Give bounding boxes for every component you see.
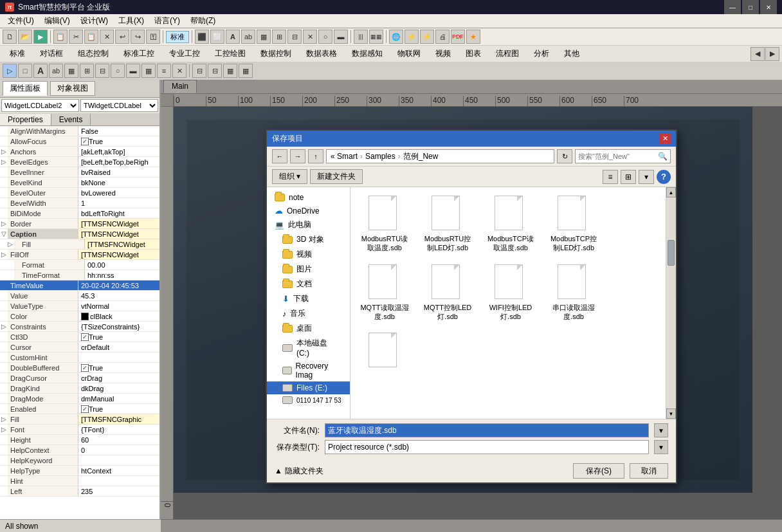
tb-key[interactable]: ⚿ bbox=[146, 30, 160, 44]
tb-x[interactable]: ✕ bbox=[303, 30, 317, 44]
cat-dialog[interactable]: 对话框 bbox=[33, 46, 70, 61]
file-item-6[interactable]: MQTT控制LED灯.sdb bbox=[419, 261, 477, 325]
tb-table[interactable]: ⊞ bbox=[272, 30, 286, 44]
prop-filloff[interactable]: ▷ FillOff [TTMSFNCWidget bbox=[0, 250, 159, 260]
sidebar-item-note[interactable]: note bbox=[267, 191, 350, 204]
prop-anchors[interactable]: ▷ Anchors [akLeft,akTop] bbox=[0, 147, 159, 157]
hide-folders-button[interactable]: ▲ 隐藏文件夹 bbox=[275, 466, 323, 477]
tb-paste[interactable]: 📋 bbox=[84, 30, 98, 44]
tb-circle[interactable]: ○ bbox=[318, 30, 332, 44]
cat-flow[interactable]: 流程图 bbox=[489, 46, 526, 61]
tb-globe[interactable]: 🌐 bbox=[389, 30, 403, 44]
scrollbar-up-button[interactable]: ▲ bbox=[666, 187, 676, 197]
sidebar-item-video[interactable]: 视频 bbox=[267, 247, 350, 262]
file-item-8[interactable]: 串口读取温湿度.sdb bbox=[545, 261, 603, 325]
cat-group-ctrl[interactable]: 组态控制 bbox=[71, 46, 116, 61]
sidebar-item-desktop[interactable]: 桌面 bbox=[267, 321, 350, 336]
cat-chart[interactable]: 图表 bbox=[459, 46, 488, 61]
cat-data-sense[interactable]: 数据感知 bbox=[345, 46, 390, 61]
cat-other[interactable]: 其他 bbox=[557, 46, 586, 61]
tb-tool-extra3[interactable]: ▦ bbox=[223, 64, 237, 78]
search-input[interactable] bbox=[578, 152, 655, 160]
prop-beveledges[interactable]: ▷ BevelEdges [beLeft,beTop,beRigh bbox=[0, 157, 159, 167]
cat-data-ctrl[interactable]: 数据控制 bbox=[253, 46, 298, 61]
tb-align-right[interactable]: ⬜ bbox=[210, 30, 224, 44]
menu-file[interactable]: 文件(U) bbox=[3, 14, 39, 28]
widget-type-select[interactable]: TWidgetLCDLabel bbox=[80, 99, 158, 112]
prop-tab-events[interactable]: Events bbox=[51, 114, 91, 125]
prop-font[interactable]: ▷ Font {TFont} bbox=[0, 425, 159, 435]
sidebar-item-music[interactable]: ♪ 音乐 bbox=[267, 306, 350, 321]
view-grid-button[interactable]: ⊞ bbox=[621, 170, 636, 184]
tb-bolt1[interactable]: ⚡ bbox=[405, 30, 419, 44]
cancel-button[interactable]: 取消 bbox=[630, 463, 668, 479]
file-item-3[interactable]: ModbusTCP读取温度.sdb bbox=[482, 192, 540, 256]
tb-nav-left[interactable]: ◀ bbox=[750, 47, 765, 61]
menu-language[interactable]: 语言(Y) bbox=[149, 14, 185, 28]
tb-tool-select[interactable]: ▷ bbox=[3, 64, 17, 78]
tb-undo[interactable]: ↩ bbox=[115, 30, 129, 44]
tb-tool-bar[interactable]: ▬ bbox=[126, 64, 140, 78]
tb-tool-in[interactable]: ▦ bbox=[64, 64, 78, 78]
prop-timeformat[interactable]: TimeFormat hh:nn:ss bbox=[0, 270, 159, 280]
prop-constraints[interactable]: ▷ Constraints {TSizeConstraints} bbox=[0, 322, 159, 332]
panel-tab-properties[interactable]: 属性面板 bbox=[3, 81, 48, 96]
tb-tool-out[interactable]: ⊞ bbox=[80, 64, 94, 78]
cat-std-ctrl[interactable]: 标准工控 bbox=[116, 46, 161, 61]
filename-dropdown[interactable]: ▼ bbox=[654, 423, 668, 437]
close-button[interactable]: ✕ bbox=[760, 0, 777, 14]
view-list-button[interactable]: ≡ bbox=[603, 170, 618, 184]
tb-label[interactable]: ab bbox=[241, 30, 255, 44]
cat-analysis[interactable]: 分析 bbox=[527, 46, 556, 61]
tb-save[interactable]: ▶ bbox=[33, 30, 48, 44]
nav-refresh-button[interactable]: ↻ bbox=[557, 149, 572, 163]
new-folder-button[interactable]: 新建文件夹 bbox=[310, 169, 363, 184]
tb-tool-text2[interactable]: A bbox=[33, 64, 48, 78]
cat-data-table[interactable]: 数据表格 bbox=[299, 46, 344, 61]
cat-iot[interactable]: 物联网 bbox=[390, 46, 428, 61]
prop-format[interactable]: Format 00.00 bbox=[0, 260, 159, 270]
sidebar-item-recovery[interactable]: Recovery Imag bbox=[267, 360, 350, 381]
menu-help[interactable]: 帮助(Z) bbox=[185, 14, 221, 28]
nav-up-button[interactable]: ↑ bbox=[308, 149, 323, 163]
tb-copy-item[interactable]: 📋 bbox=[53, 30, 68, 44]
sidebar-item-thispc[interactable]: 💻 此电脑 bbox=[267, 217, 350, 232]
tb-redo[interactable]: ↪ bbox=[131, 30, 145, 44]
menu-design[interactable]: 设计(W) bbox=[75, 14, 113, 28]
maximize-button[interactable]: □ bbox=[742, 0, 759, 14]
nav-forward-button[interactable]: → bbox=[290, 149, 305, 163]
tb-nav-right[interactable]: ▶ bbox=[765, 47, 779, 61]
tb-grid[interactable]: ▦ bbox=[257, 30, 271, 44]
cat-drawing[interactable]: 工控绘图 bbox=[208, 46, 253, 61]
tb-tool-grid2[interactable]: ▦ bbox=[141, 64, 156, 78]
tb-align-left[interactable]: ⬛ bbox=[195, 30, 209, 44]
cat-video[interactable]: 视频 bbox=[428, 46, 458, 61]
sidebar-item-other[interactable]: 0110 147 17 53 bbox=[267, 394, 350, 406]
prop-caption[interactable]: ▽ Caption [TTMSFNCWidget bbox=[0, 229, 159, 239]
file-item-2[interactable]: ModbusRTU控制LED灯.sdb bbox=[419, 192, 477, 256]
tb-tool-circle2[interactable]: ○ bbox=[111, 64, 125, 78]
file-item-1[interactable]: ModbusRTU读取温度.sdb bbox=[356, 192, 414, 256]
file-item-4[interactable]: ModbusTCP控制LED灯.sdb bbox=[545, 192, 603, 256]
sidebar-item-3d[interactable]: 3D 对象 bbox=[267, 232, 350, 247]
sidebar-item-docs[interactable]: 文档 bbox=[267, 277, 350, 291]
tb-delete[interactable]: ✕ bbox=[100, 30, 114, 44]
filetype-input[interactable] bbox=[325, 440, 649, 454]
tb-tool-extra4[interactable]: ▦ bbox=[239, 64, 253, 78]
tb-rect[interactable]: ▬ bbox=[334, 30, 348, 44]
sidebar-item-onedrive[interactable]: ☁ OneDrive bbox=[267, 204, 350, 217]
help-button[interactable]: ? bbox=[657, 170, 671, 184]
tb-open[interactable]: 📂 bbox=[18, 30, 32, 44]
prop-border[interactable]: ▷ Border [TTMSFNCWidget bbox=[0, 219, 159, 229]
tb-qr[interactable]: ▦▦ bbox=[369, 30, 383, 44]
menu-edit[interactable]: 编辑(V) bbox=[39, 14, 75, 28]
file-item-9[interactable] bbox=[356, 329, 414, 374]
tb-minus[interactable]: ⊟ bbox=[287, 30, 302, 44]
tb-new[interactable]: 🗋 bbox=[3, 30, 17, 44]
sidebar-item-drive-e[interactable]: Files (E:) bbox=[267, 381, 350, 394]
prop-tab-properties[interactable]: Properties bbox=[0, 114, 51, 125]
tb-print[interactable]: 🖨 bbox=[435, 30, 450, 44]
tb-tool-rect[interactable]: □ bbox=[18, 64, 32, 78]
tb-tool-x2[interactable]: ✕ bbox=[172, 64, 186, 78]
menu-tools[interactable]: 工具(X) bbox=[113, 14, 149, 28]
